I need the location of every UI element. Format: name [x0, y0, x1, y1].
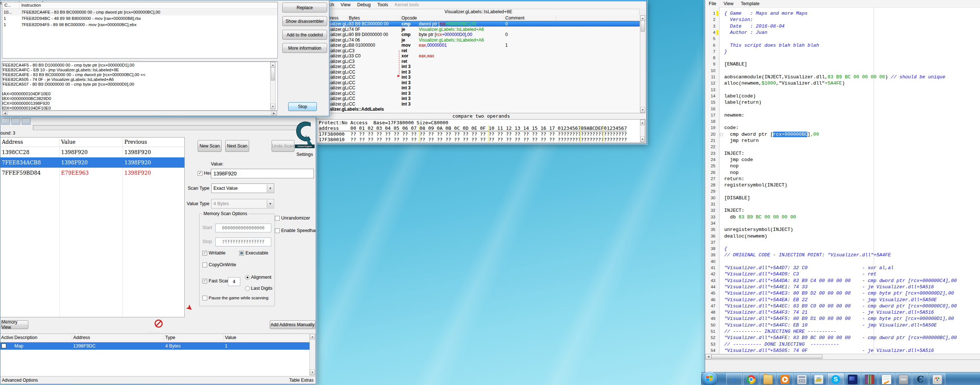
editor-line[interactable]: 38{ — [705, 246, 980, 252]
editor-line[interactable]: 5 — [705, 36, 980, 42]
editor-line[interactable]: 18 — [705, 119, 980, 125]
column-value[interactable]: Value — [61, 139, 75, 145]
editor-line[interactable]: 11aobscanmodule(INJECT,Visualizer.dll,83… — [705, 74, 980, 81]
hex-checkbox[interactable] — [197, 171, 202, 176]
disasm-label-row[interactable]: Visualizer.gLabels::AddLabels — [317, 106, 640, 112]
editor-line[interactable]: 37 — [705, 239, 980, 246]
column-count[interactable]: C... — [5, 3, 11, 7]
new-scan-button[interactable]: New Scan — [197, 140, 221, 152]
start-input[interactable]: 0000000000000000 — [215, 223, 271, 232]
editor-line[interactable]: 44"Visualizer.dll"+5A4E1: 74 33 - je Vis… — [705, 284, 980, 290]
detail-hscrollbar[interactable]: ◀ ▶ — [2, 111, 277, 116]
settings-link[interactable]: Settings — [294, 152, 315, 157]
editor-line[interactable]: 6 This script does blah blah blah — [705, 42, 980, 49]
silverlight-taskbar-button[interactable] — [811, 373, 827, 385]
chevron-down-icon[interactable]: ▼ — [267, 200, 274, 208]
disasm-row[interactable]: Visualizer.gLabelC3ret — [317, 48, 640, 53]
editor-line[interactable]: 54"Visualizer.dll"+5A505: 74 0F - je Vis… — [705, 347, 980, 354]
editor-line[interactable]: 19code: — [705, 125, 980, 131]
column-address[interactable]: Address — [73, 335, 90, 340]
editor-line[interactable]: 10 — [705, 68, 980, 74]
editor-line[interactable]: 22 — [705, 144, 980, 151]
editor-line[interactable]: 17newmem: — [705, 112, 980, 119]
editor-line[interactable]: 14label(code) — [705, 93, 980, 100]
chrome-taskbar-button[interactable] — [743, 373, 759, 385]
disasm-row[interactable]: Visualizer.gLabelCCint 3 — [317, 90, 640, 96]
column-active[interactable]: Active — [1, 335, 14, 340]
editor-line[interactable]: 31 — [705, 201, 980, 208]
internet-explorer-taskbar-button[interactable]: e — [726, 373, 742, 385]
cheat-table-scrollbar[interactable]: ▲▼ — [310, 334, 315, 375]
toolbar-icon-1[interactable] — [1, 118, 10, 125]
scan-result-row[interactable]: 7FFEF59BD84E79EE9631398F920 — [0, 168, 185, 178]
editor-line[interactable]: 2 Version: — [705, 17, 980, 23]
add-address-manually-button[interactable]: Add Address Manually — [270, 320, 315, 329]
executable-checkbox[interactable] — [239, 251, 244, 255]
editor-line[interactable]: 41"Visualizer.dll"+5A4D7: 32 C0 - xor al… — [705, 265, 980, 271]
disasm-row[interactable]: Visualizer.gLabelCCint 3 — [317, 63, 640, 69]
alignment-radio[interactable] — [245, 275, 250, 280]
undo-scan-button[interactable]: Undo Scan — [272, 140, 294, 152]
editor-line[interactable]: 36dealloc(newmem) — [705, 233, 980, 240]
disasm-row[interactable]: Visualizer.gLabel80 B9 D0000000 00cmpbyt… — [317, 32, 640, 37]
media-player-taskbar-button[interactable] — [777, 373, 793, 385]
column-description[interactable]: Description — [14, 335, 38, 340]
editor-line[interactable]: 1{ Game : Maps and more Maps — [705, 10, 980, 17]
splitter-handle[interactable]: ........ — [129, 58, 142, 62]
disasm-row[interactable]: Visualizer.gLabelCCint 3 — [317, 85, 640, 90]
editor-line[interactable]: 34 — [705, 220, 980, 227]
column-value[interactable]: Value — [225, 335, 236, 340]
disasm-row[interactable]: Visualizer.gLabelC3ret — [317, 59, 640, 64]
editor-line[interactable]: 13 — [705, 87, 980, 93]
editor-line[interactable]: 40 — [705, 258, 980, 265]
menu-template[interactable]: Template — [741, 1, 760, 6]
editor-line[interactable]: 35unregistersymbol(INJECT) — [705, 227, 980, 233]
disasm-row[interactable]: Visualizer.gLabelCCint 3 — [317, 74, 640, 80]
instruction-row[interactable]: 10...7FEE82CA4FE - 83 B9 BC000000 00 - c… — [2, 9, 277, 16]
last-digits-radio[interactable] — [245, 286, 250, 291]
file-explorer-taskbar-button[interactable] — [760, 373, 776, 385]
disasm-row[interactable]: Visualizer.gLabel74 06jeVisualizer.gLabe… — [317, 37, 640, 43]
editor-line[interactable]: 27return: — [705, 176, 980, 182]
hex-tool-taskbar-button[interactable]: aca — [896, 373, 912, 385]
disasm-row[interactable]: Visualizer.gLabel74 0FjeVisualizer.gLabe… — [317, 27, 640, 32]
hex-scrollbar[interactable]: ▲▼ — [640, 119, 645, 142]
calculator-taskbar-button[interactable] — [794, 373, 810, 385]
editor-line[interactable]: 29 — [705, 188, 980, 195]
text-editor-taskbar-button[interactable] — [878, 373, 895, 385]
editor-line[interactable]: 7} — [705, 49, 980, 55]
column-type[interactable]: Type — [165, 335, 175, 340]
show-disassembler-button[interactable]: Show disassembler — [282, 16, 327, 26]
editor-line[interactable]: 51// ---------- INJECTING HERE ---------… — [705, 328, 980, 335]
detail-scrollbar[interactable]: ▲▼ — [270, 62, 276, 109]
no-entry-icon[interactable] — [154, 320, 163, 328]
menu-file[interactable]: File — [709, 1, 716, 6]
fast-scan-value-input[interactable]: 4 — [228, 277, 240, 286]
memory-view-button[interactable]: Memory View — [1, 320, 28, 329]
editor-line[interactable]: 48"Visualizer.dll"+5A4F3: 74 21 - je Vis… — [705, 309, 980, 316]
editor-line[interactable]: 3 Date : 2016-08-04 — [705, 23, 980, 30]
instruction-row[interactable]: 17FEE82D94BC - 48 89 98 B8000000 - mov [… — [2, 16, 277, 22]
replace-button[interactable]: Replace — [282, 3, 327, 13]
instruction-row[interactable]: 17FEE82D94F9 - 89 98 BC000000 - mov [rax… — [2, 22, 277, 28]
cheat-engine-logo[interactable]: Cheat Engine — [294, 119, 315, 151]
menu-kernel-tools[interactable]: Kernel tools — [395, 2, 419, 7]
editor-line[interactable]: 45"Visualizer.dll"+5A4E3: 80 B9 D2 00 00… — [705, 290, 980, 297]
next-scan-button[interactable]: Next Scan — [225, 140, 249, 152]
active-checkbox[interactable] — [2, 344, 6, 348]
pause-game-checkbox[interactable] — [202, 296, 207, 300]
editor-line[interactable]: 15label(return) — [705, 99, 980, 106]
disasm-row[interactable]: Visualizer.gLabel83 B9 BC000000 00cmpdwo… — [317, 21, 640, 27]
disasm-row[interactable]: Visualizer.gLabelCCint 3 — [317, 101, 640, 107]
value-type-select[interactable]: 4 Bytes▼ — [211, 199, 274, 209]
chevron-down-icon[interactable]: ▼ — [267, 184, 274, 192]
disasm-row[interactable]: Visualizer.gLabelB8 01000000moveax,00000… — [317, 42, 640, 48]
editor-line[interactable]: 23INJECT: — [705, 151, 980, 157]
column-bytes[interactable]: Bytes — [349, 16, 360, 21]
editor-line[interactable]: 50"Visualizer.dll"+5A4FC: EB 10 - jmp Vi… — [705, 322, 980, 329]
editor-line[interactable]: 52"Visualizer.dll"+5A4FE: 83 B9 BC 00 00… — [705, 334, 980, 341]
disasm-row[interactable]: Visualizer.gLabelCCint 3 — [317, 80, 640, 85]
editor-line[interactable]: 53// ---------- DONE INJECTING ---------… — [705, 341, 980, 348]
console-window-taskbar-button[interactable] — [845, 373, 861, 385]
editor-line[interactable]: 26 nop — [705, 170, 980, 176]
